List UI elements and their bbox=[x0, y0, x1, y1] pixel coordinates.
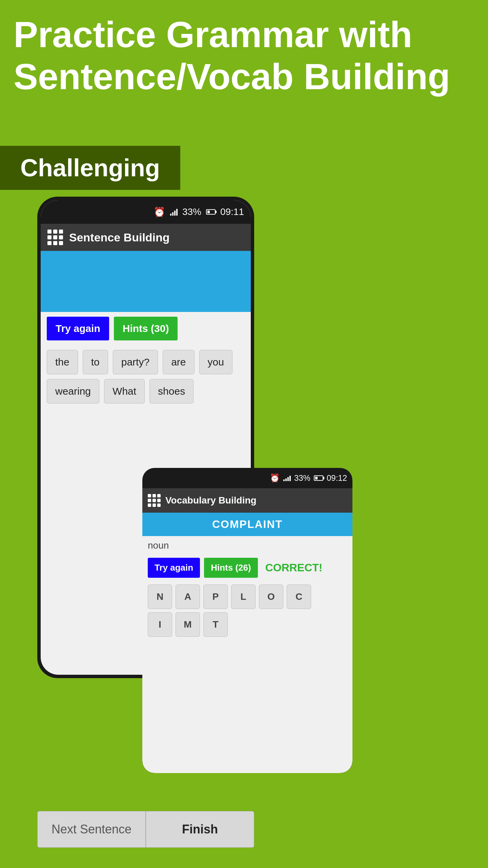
status-bar-2: ⏰ 33% 09:12 bbox=[142, 468, 352, 488]
battery-percent-1: 33% bbox=[182, 206, 201, 217]
signal-icon-2 bbox=[283, 475, 291, 481]
app-bar-1: Sentence Building bbox=[41, 224, 251, 251]
word-tile-are[interactable]: are bbox=[163, 350, 194, 374]
word-tile-party[interactable]: party? bbox=[113, 350, 158, 374]
phone-2-screen: ⏰ 33% 09:12 Vocabulary Building COMPLAIN… bbox=[142, 468, 352, 773]
menu-icon-1 bbox=[47, 230, 63, 245]
letter-row-1: N A P L O C bbox=[148, 585, 347, 609]
letter-tiles-area: N A P L O C I M T bbox=[142, 580, 352, 641]
page-title: Practice Grammar with Sentence/Vocab Bui… bbox=[14, 14, 474, 98]
vocabulary-word: COMPLAINT bbox=[142, 513, 352, 536]
battery-icon-2 bbox=[314, 475, 323, 481]
letter-tile-A[interactable]: A bbox=[176, 585, 200, 609]
time-2: 09:12 bbox=[327, 473, 347, 483]
word-tile-to[interactable]: to bbox=[83, 350, 108, 374]
letter-tile-T[interactable]: T bbox=[203, 612, 228, 637]
alarm-icon: ⏰ bbox=[154, 206, 165, 218]
alarm-icon-2: ⏰ bbox=[270, 473, 280, 483]
menu-icon-2 bbox=[148, 494, 161, 507]
letter-row-2: I M T bbox=[148, 612, 347, 637]
word-tiles-area-1: the to party? are you wearing What shoes bbox=[41, 345, 251, 408]
battery-icon-1 bbox=[206, 209, 216, 215]
signal-icon bbox=[170, 208, 178, 216]
battery-percent-2: 33% bbox=[294, 473, 310, 483]
letter-tile-P[interactable]: P bbox=[203, 585, 228, 609]
action-buttons-1: Try again Hints (30) bbox=[41, 312, 251, 345]
sentence-display-area bbox=[41, 251, 251, 312]
letter-tile-C[interactable]: C bbox=[287, 585, 311, 609]
letter-tile-O[interactable]: O bbox=[259, 585, 283, 609]
difficulty-badge: Challenging bbox=[0, 146, 180, 190]
app-title-2: Vocabulary Building bbox=[165, 495, 257, 506]
time-1: 09:11 bbox=[220, 206, 244, 217]
next-sentence-button[interactable]: Next Sentence bbox=[37, 811, 146, 848]
word-tile-the[interactable]: the bbox=[47, 350, 78, 374]
action-buttons-2: Try again Hints (26) CORRECT! bbox=[142, 555, 352, 580]
letter-tile-M[interactable]: M bbox=[176, 612, 200, 637]
try-again-button-1[interactable]: Try again bbox=[47, 317, 109, 340]
letter-tile-N[interactable]: N bbox=[148, 585, 172, 609]
word-tile-you[interactable]: you bbox=[199, 350, 232, 374]
status-bar-1: ⏰ 33% 09:11 bbox=[41, 200, 251, 224]
letter-tile-I[interactable]: I bbox=[148, 612, 172, 637]
word-tile-what[interactable]: What bbox=[104, 379, 145, 403]
correct-label: CORRECT! bbox=[262, 561, 323, 574]
word-tile-shoes[interactable]: shoes bbox=[149, 379, 194, 403]
app-title-1: Sentence Building bbox=[69, 231, 170, 244]
hints-button-2[interactable]: Hints (26) bbox=[204, 558, 258, 578]
bottom-action-bar: Next Sentence Finish bbox=[37, 811, 254, 848]
phone-2-device: ⏰ 33% 09:12 Vocabulary Building COMPLAIN… bbox=[142, 468, 352, 773]
word-tile-wearing[interactable]: wearing bbox=[47, 379, 99, 403]
hints-button-1[interactable]: Hints (30) bbox=[114, 317, 178, 340]
finish-button[interactable]: Finish bbox=[146, 811, 254, 848]
try-again-button-2[interactable]: Try again bbox=[148, 558, 200, 578]
app-bar-2: Vocabulary Building bbox=[142, 488, 352, 513]
word-type-label: noun bbox=[142, 536, 352, 555]
letter-tile-L[interactable]: L bbox=[231, 585, 256, 609]
